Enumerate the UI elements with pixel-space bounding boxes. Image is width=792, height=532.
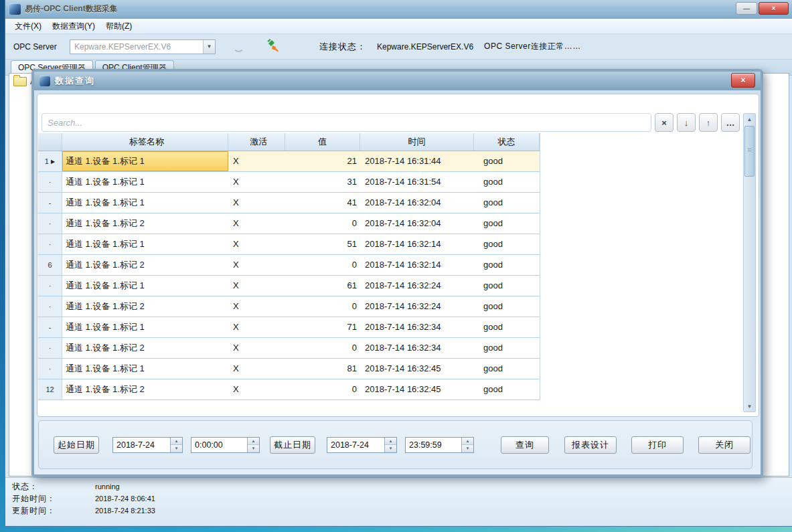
cell-tag-name: 通道 1.设备 1.标记 2 bbox=[62, 255, 228, 275]
spin-down-icon[interactable]: ▼ bbox=[171, 445, 182, 452]
search-next-button[interactable]: ↓ bbox=[677, 113, 696, 132]
cell-status: good bbox=[474, 172, 540, 192]
row-indicator: · bbox=[38, 172, 62, 192]
scroll-down-icon[interactable]: ▼ bbox=[744, 401, 755, 412]
print-button[interactable]: 打印 bbox=[631, 436, 684, 454]
table-row[interactable]: 1▶通道 1.设备 1.标记 1X212018-7-14 16:31:44goo… bbox=[38, 151, 540, 172]
spin-down-icon[interactable]: ▼ bbox=[248, 445, 259, 452]
column-header-value[interactable]: 值 bbox=[285, 133, 360, 151]
cell-status: good bbox=[474, 276, 540, 296]
end-date-value: 2018-7-24 bbox=[327, 438, 384, 452]
search-more-button[interactable]: … bbox=[721, 113, 740, 132]
spin-up-icon[interactable]: ▲ bbox=[462, 438, 473, 446]
column-header-status[interactable]: 状态 bbox=[474, 133, 540, 151]
cell-time: 2018-7-14 16:32:04 bbox=[360, 213, 474, 234]
start-time-spinner[interactable]: 0:00:00 ▲▼ bbox=[191, 437, 260, 453]
cell-status: good bbox=[474, 359, 540, 379]
table-row[interactable]: 12通道 1.设备 1.标记 2X02018-7-14 16:32:45good bbox=[38, 379, 540, 400]
table-row[interactable]: ·通道 1.设备 1.标记 2X02018-7-14 16:32:34good bbox=[38, 338, 540, 359]
cell-active: X bbox=[228, 213, 285, 234]
cell-value: 61 bbox=[285, 276, 360, 296]
table-row[interactable]: ·通道 1.设备 1.标记 1X512018-7-14 16:32:14good bbox=[38, 234, 540, 255]
column-header-tag[interactable]: 标签名称 bbox=[62, 133, 228, 151]
start-time-label: 开始时间： bbox=[12, 493, 95, 505]
cell-time: 2018-7-14 16:32:24 bbox=[360, 296, 474, 317]
spin-down-icon[interactable]: ▼ bbox=[385, 445, 396, 452]
toolbar: OPC Server Kepware.KEPServerEX.V6 ▼ 连接状态… bbox=[5, 34, 792, 60]
cell-time: 2018-7-14 16:31:44 bbox=[360, 151, 474, 171]
vertical-scrollbar[interactable]: ▲ ▼ bbox=[743, 113, 756, 412]
cell-status: good bbox=[474, 151, 540, 171]
opc-server-combobox[interactable]: Kepware.KEPServerEX.V6 ▼ bbox=[70, 39, 216, 54]
menu-data-query[interactable]: 数据查询(Y) bbox=[47, 19, 100, 33]
minimize-button[interactable]: — bbox=[736, 2, 757, 15]
search-clear-button[interactable]: × bbox=[655, 113, 674, 132]
search-input[interactable] bbox=[42, 113, 651, 132]
menu-file[interactable]: 文件(X) bbox=[9, 19, 47, 33]
query-controls-panel: 起始日期 2018-7-24 ▲▼ 0:00:00 ▲▼ 截止日期 2018-7… bbox=[38, 420, 753, 469]
cell-tag-name: 通道 1.设备 1.标记 1 bbox=[62, 359, 228, 379]
spin-up-icon[interactable]: ▲ bbox=[171, 438, 182, 446]
start-date-button[interactable]: 起始日期 bbox=[54, 436, 99, 454]
cell-active: X bbox=[228, 317, 285, 337]
selected-row-arrow-icon: ▶ bbox=[51, 159, 55, 165]
cell-time: 2018-7-14 16:32:34 bbox=[360, 317, 474, 337]
table-row[interactable]: -通道 1.设备 1.标记 1X412018-7-14 16:32:04good bbox=[38, 193, 540, 213]
cell-time: 2018-7-14 16:32:34 bbox=[360, 338, 474, 358]
dialog-close-action-button[interactable]: 关闭 bbox=[698, 436, 750, 454]
cell-value: 0 bbox=[285, 338, 360, 358]
cell-tag-name: 通道 1.设备 1.标记 2 bbox=[62, 338, 228, 358]
cell-tag-name: 通道 1.设备 1.标记 2 bbox=[62, 296, 228, 317]
dialog-close-button[interactable]: × bbox=[731, 73, 755, 88]
table-row[interactable]: ·通道 1.设备 1.标记 1X812018-7-14 16:32:45good bbox=[38, 359, 540, 379]
table-row[interactable]: ·通道 1.设备 1.标记 2X02018-7-14 16:32:04good bbox=[38, 213, 540, 234]
spin-up-icon[interactable]: ▲ bbox=[248, 438, 259, 446]
cell-value: 0 bbox=[285, 379, 360, 400]
cell-value: 41 bbox=[285, 193, 360, 213]
query-button[interactable]: 查询 bbox=[501, 436, 549, 454]
start-time-value: 2018-7-24 8:06:41 bbox=[95, 495, 155, 503]
chevron-down-icon[interactable]: ▼ bbox=[203, 40, 215, 54]
table-row[interactable]: -通道 1.设备 1.标记 1X712018-7-14 16:32:34good bbox=[38, 317, 540, 338]
table-row[interactable]: ·通道 1.设备 1.标记 2X02018-7-14 16:32:24good bbox=[38, 296, 540, 317]
cell-status: good bbox=[474, 296, 540, 317]
spin-up-icon[interactable]: ▲ bbox=[385, 438, 396, 446]
update-time-value: 2018-7-24 8:21:33 bbox=[95, 507, 155, 515]
end-time-spinner[interactable]: 23:59:59 ▲▼ bbox=[405, 437, 474, 453]
end-date-spinner[interactable]: 2018-7-24 ▲▼ bbox=[327, 437, 397, 453]
cell-value: 0 bbox=[285, 255, 360, 275]
scroll-up-icon[interactable]: ▲ bbox=[744, 114, 755, 124]
menu-help[interactable]: 帮助(Z) bbox=[100, 19, 137, 33]
table-header: 标签名称 激活 值 时间 状态 bbox=[38, 133, 540, 151]
dialog-titlebar[interactable]: 数据查询 × bbox=[34, 72, 761, 90]
cell-value: 21 bbox=[285, 151, 360, 171]
grid-panel: × ↓ ↑ … 标签名称 激活 值 时间 状态 1▶通道 1.设备 1.标记 1… bbox=[37, 94, 759, 417]
cell-active: X bbox=[228, 296, 285, 317]
close-button[interactable]: × bbox=[759, 2, 789, 15]
titlebar[interactable]: 易传-OPC Client数据采集 — × bbox=[5, 0, 792, 19]
spin-down-icon[interactable]: ▼ bbox=[462, 445, 473, 452]
cell-status: good bbox=[474, 317, 540, 337]
cell-status: good bbox=[474, 193, 540, 213]
table-row[interactable]: ·通道 1.设备 1.标记 1X612018-7-14 16:32:24good bbox=[38, 276, 540, 296]
folder-icon bbox=[13, 77, 27, 86]
cell-status: good bbox=[474, 234, 540, 254]
column-header-time[interactable]: 时间 bbox=[360, 133, 474, 151]
refresh-icon[interactable] bbox=[233, 41, 244, 52]
connection-server-name: Kepware.KEPServerEX.V6 bbox=[377, 42, 473, 52]
report-design-button[interactable]: 报表设计 bbox=[564, 436, 617, 454]
table-row[interactable]: 6通道 1.设备 1.标记 2X02018-7-14 16:32:14good bbox=[38, 255, 540, 276]
end-time-value: 23:59:59 bbox=[406, 438, 461, 452]
column-header-active[interactable]: 激活 bbox=[228, 133, 285, 151]
connect-icon[interactable] bbox=[266, 38, 281, 55]
search-prev-button[interactable]: ↑ bbox=[699, 113, 718, 132]
cell-status: good bbox=[474, 255, 540, 275]
cell-tag-name: 通道 1.设备 1.标记 2 bbox=[62, 213, 228, 234]
end-date-button[interactable]: 截止日期 bbox=[270, 436, 315, 454]
row-indicator: - bbox=[38, 193, 62, 213]
start-date-spinner[interactable]: 2018-7-24 ▲▼ bbox=[112, 437, 183, 453]
scrollbar-thumb[interactable] bbox=[744, 126, 755, 177]
table-row[interactable]: ·通道 1.设备 1.标记 1X312018-7-14 16:31:54good bbox=[38, 172, 540, 193]
desktop: 易传-OPC Client数据采集 — × 文件(X) 数据查询(Y) 帮助(Z… bbox=[0, 0, 792, 532]
row-indicator: · bbox=[38, 213, 62, 234]
